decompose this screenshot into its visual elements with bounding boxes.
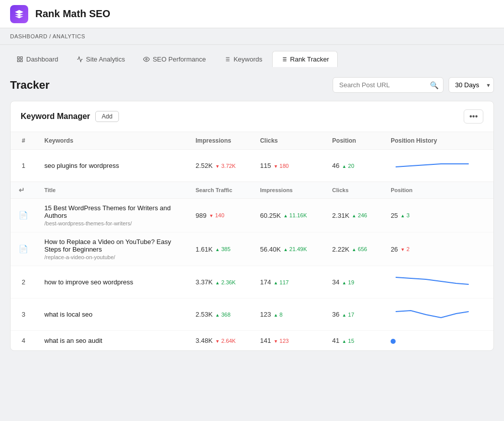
col-position: Position (324, 132, 383, 150)
search-input[interactable] (333, 77, 444, 93)
tab-keywords[interactable]: Keywords (215, 51, 271, 67)
position-cell: 46 20 (324, 150, 383, 182)
more-button[interactable]: ••• (464, 109, 483, 124)
sub-col-clicks: Clicks (324, 182, 383, 199)
main-content: Tracker 🔍 30 Days 7 Days 90 Days Keyword… (0, 67, 504, 361)
tab-seo-performance[interactable]: SEO Performance (135, 51, 215, 67)
breadcrumb-home[interactable]: DASHBOARD (10, 33, 47, 39)
position-cell: 41 15 (324, 331, 383, 351)
app-header: Rank Math SEO (0, 0, 504, 28)
keyword-cell: seo plugins for wordpress (36, 150, 187, 182)
col-clicks: Clicks (252, 132, 324, 150)
keyword-cell: what is local seo (36, 298, 187, 331)
sub-url-text: /best-wordpress-themes-for-writers/ (44, 220, 179, 226)
impressions-cell: 2.53K 368 (187, 298, 252, 331)
sub-header-row: ↵ Title Search Traffic Impressions Click… (11, 182, 493, 199)
tab-seo-performance-label: SEO Performance (153, 55, 206, 63)
sparkline-cell (383, 150, 493, 182)
sub-col-impressions: Impressions (252, 182, 324, 199)
clicks-main: 115 (260, 162, 271, 169)
sparkline-svg (391, 156, 471, 174)
impressions-arrow: 3.72K (215, 163, 236, 169)
page-icon: 📄 (19, 211, 28, 219)
svg-rect-1 (21, 57, 23, 59)
app-logo (10, 5, 28, 23)
keyword-cell: how to improve seo wordpress (36, 266, 187, 298)
keyword-text: what is local seo (44, 311, 179, 318)
sub-icon-cell: 📄 (11, 199, 36, 232)
position-cell: 36 17 (324, 298, 383, 331)
clicks-cell: 141 123 (252, 331, 324, 351)
position-dot (391, 339, 396, 344)
clicks-cell: 174 117 (252, 266, 324, 298)
col-num: # (11, 132, 36, 150)
sub-title-cell: How to Replace a Video on YouTube? Easy … (36, 232, 187, 266)
tab-rank-tracker[interactable]: Rank Tracker (272, 51, 338, 67)
sub-traffic-cell: 1.61K 385 (187, 232, 252, 266)
row-num: 3 (11, 298, 36, 331)
search-icon: 🔍 (430, 81, 438, 89)
search-input-wrap: 🔍 (333, 77, 444, 93)
col-impressions: Impressions (187, 132, 252, 150)
sub-impressions-cell: 56.40K 21.49K (252, 232, 324, 266)
col-keywords: Keywords (36, 132, 187, 150)
keyword-text: seo plugins for wordpress (44, 162, 179, 169)
table-row: 3 what is local seo 2.53K 368 123 8 (11, 298, 493, 331)
tracker-title: Tracker (10, 79, 49, 92)
breadcrumb-current: ANALYTICS (52, 33, 85, 39)
list-icon (224, 56, 230, 63)
sub-url-text: /replace-a-video-on-youtube/ (44, 254, 179, 260)
tracker-header: Tracker 🔍 30 Days 7 Days 90 Days (10, 77, 494, 93)
eye-icon (143, 56, 150, 63)
bars-icon (281, 56, 287, 63)
row-num: 1 (11, 150, 36, 182)
svg-rect-2 (18, 60, 20, 62)
position-arrow: 20 (342, 163, 354, 169)
km-title: Keyword Manager (21, 112, 90, 121)
sub-table-row: 📄 15 Best WordPress Themes for Writers a… (11, 199, 493, 232)
breadcrumb: DASHBOARD / ANALYTICS (0, 28, 504, 45)
sub-col-title: Title (36, 182, 187, 199)
page-icon: 📄 (19, 245, 28, 253)
keyword-cell: what is an seo audit (36, 331, 187, 351)
tab-dashboard-label: Dashboard (26, 55, 58, 63)
tab-site-analytics[interactable]: Site Analytics (68, 51, 134, 67)
add-button[interactable]: Add (95, 111, 119, 122)
sub-col-return: ↵ (11, 182, 36, 199)
position-cell: 34 19 (324, 266, 383, 298)
sparkline-svg (391, 305, 471, 323)
tab-dashboard[interactable]: Dashboard (8, 51, 67, 67)
km-title-wrap: Keyword Manager Add (21, 111, 119, 122)
impressions-main: 2.52K (196, 162, 213, 169)
days-select-wrap: 30 Days 7 Days 90 Days (449, 77, 494, 93)
sparkline-cell (383, 298, 493, 331)
sub-position-cell: 26 2 (383, 232, 493, 266)
sub-title-cell: 15 Best WordPress Themes for Writers and… (36, 199, 187, 232)
table-row: 2 how to improve seo wordpress 3.37K 2.3… (11, 266, 493, 298)
position-main: 46 (332, 162, 339, 169)
sub-icon-cell: 📄 (11, 232, 36, 266)
sparkline-svg (391, 272, 471, 290)
tab-rank-tracker-label: Rank Tracker (290, 55, 329, 63)
tracker-controls: 🔍 30 Days 7 Days 90 Days (333, 77, 494, 93)
grid-icon (17, 56, 23, 63)
svg-rect-0 (18, 57, 20, 59)
app-title: Rank Math SEO (35, 8, 110, 20)
sub-impressions-cell: 60.25K 11.16K (252, 199, 324, 232)
tab-site-analytics-label: Site Analytics (86, 55, 125, 63)
keywords-table: # Keywords Impressions Clicks Position P… (11, 132, 493, 350)
days-select[interactable]: 30 Days 7 Days 90 Days (449, 77, 494, 93)
sub-traffic-cell: 989 140 (187, 199, 252, 232)
sparkline-cell (383, 331, 493, 351)
sparkline-cell (383, 266, 493, 298)
table-header-row: # Keywords Impressions Clicks Position P… (11, 132, 493, 150)
tab-keywords-label: Keywords (233, 55, 262, 63)
sub-title-text: 15 Best WordPress Themes for Writers and… (44, 204, 179, 219)
svg-rect-3 (21, 60, 23, 62)
sub-position-cell: 25 3 (383, 199, 493, 232)
keyword-manager-card: Keyword Manager Add ••• # Keywords Impre… (10, 101, 494, 351)
col-position-history: Position History (383, 132, 493, 150)
sub-clicks-cell: 2.31K 246 (324, 199, 383, 232)
svg-point-4 (146, 58, 147, 60)
return-icon: ↵ (19, 186, 25, 194)
